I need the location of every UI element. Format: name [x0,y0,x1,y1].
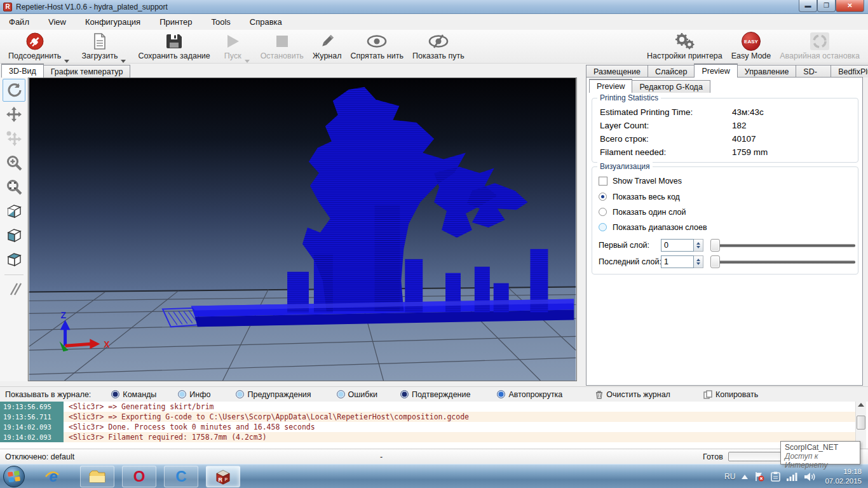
easy-mode-button[interactable]: EASY Easy Mode [727,31,776,61]
menu-help[interactable]: Справка [250,17,282,27]
volume-icon[interactable] [804,472,816,482]
save-job-button[interactable]: Сохранить задание [133,31,214,61]
close-button[interactable]: ✕ [836,0,864,12]
warnings-toggle-icon [236,390,244,398]
toggle-autoscroll[interactable]: Автопрокрутка [497,390,562,399]
preview-sub-tabs: Preview Редактор G-Кода [589,79,710,93]
tab-sd-card[interactable]: SD-карта [796,65,831,78]
taskbar-internet-explorer[interactable]: e [37,466,71,487]
show-travel-button[interactable]: Показать путь [408,31,469,61]
right-panel: Размещение объекта Слайсер Preview Управ… [585,64,868,386]
right-tab-strip: Размещение объекта Слайсер Preview Управ… [586,64,868,78]
tray-expand-icon[interactable] [742,475,748,479]
front-view-button[interactable] [3,224,25,247]
language-indicator[interactable]: RU [724,472,735,481]
info-toggle-icon [178,390,186,398]
start-button: Пуск [220,31,246,61]
connect-button[interactable]: Подсоединить [4,31,65,61]
show-single-layer-radio[interactable] [599,208,607,216]
action-center-flag-icon[interactable] [754,471,764,482]
show-travel-moves-checkbox[interactable] [599,177,607,186]
rotate-view-button[interactable] [3,79,25,102]
move-object-icon [6,130,22,147]
load-dropdown-icon[interactable] [121,60,126,63]
pan-view-button[interactable] [3,103,25,126]
iso-view-icon [5,202,23,220]
tab-preview[interactable]: Preview [694,64,737,78]
printer-settings-button[interactable]: Настройки принтера [642,31,727,61]
tab-slicer[interactable]: Слайсер [648,65,695,78]
commands-toggle-label: Команды [123,390,156,399]
stat-label: Filament needed: [600,147,666,157]
log-message: <Slic3r> => Exporting G-code to C:\Users… [69,412,469,421]
connection-status: Отключено: default [5,452,74,461]
tab-object-placement[interactable]: Размещение объекта [586,65,648,78]
start-button[interactable] [3,466,25,487]
viewport-3d[interactable]: Z X [28,78,577,381]
menu-config[interactable]: Конфигурация [85,17,140,27]
first-layer-slider[interactable] [714,244,855,247]
clear-log-button[interactable]: Очистить журнал [595,390,670,399]
clock[interactable]: 19:18 07.02.2015 [825,467,862,486]
last-layer-slider[interactable] [714,261,855,264]
taskbar-c-app[interactable]: C [164,466,198,487]
tab-bedfix-plugin[interactable]: BedfixPlugin [831,65,868,78]
toggle-warnings[interactable]: Предупраждения [236,390,311,399]
zoom-in-button[interactable] [3,151,25,174]
show-layer-range-radio[interactable] [599,223,607,231]
taskbar-opera[interactable]: O [122,466,156,487]
tab-temp-graph[interactable]: График температур [43,65,131,78]
visualization-group: Визуализация Show Travel Moves Показать … [592,166,858,274]
gears-icon [673,32,696,51]
toggle-commands[interactable]: Команды [111,390,156,399]
stat-value: 40107 [732,134,756,144]
emergency-stop-label: Аварийная остановка [780,51,860,60]
load-button[interactable]: Загрузить [77,31,122,61]
first-layer-slider-handle[interactable] [710,239,720,252]
toggle-info[interactable]: Инфо [178,390,210,399]
stat-value: 182 [732,121,747,130]
windows-logo-icon [8,471,20,482]
minimize-button[interactable]: ▬ [799,0,817,12]
clock-date: 07.02.2015 [825,477,862,486]
log-area[interactable]: 19:13:56.695 <Slic3r> => Generating skir… [0,402,868,449]
menu-tools[interactable]: Tools [211,17,230,27]
first-layer-stepper[interactable] [694,239,703,252]
toggle-errors[interactable]: Ошибки [337,390,377,399]
menu-view[interactable]: View [48,17,66,27]
subtab-preview[interactable]: Preview [589,79,632,93]
copy-log-button[interactable]: Копировать [703,390,758,399]
plug-icon [25,32,44,51]
clipboard-icon[interactable] [771,471,780,482]
last-layer-input[interactable]: 1 [661,255,694,268]
view-tab-strip: 3D-Вид График температур [1,64,130,78]
parallel-projection-button[interactable] [3,278,25,301]
iso-view-button[interactable] [3,200,25,222]
network-signal-icon[interactable] [787,472,798,481]
taskbar-repetier-host[interactable]: RP [206,466,240,487]
acknowledge-toggle-icon [400,390,409,398]
scroll-thumb[interactable] [857,416,865,430]
show-all-code-radio[interactable] [599,193,607,201]
log-timestamp: 19:13:56.695 [0,402,64,412]
tab-3d-view[interactable]: 3D-Вид [1,64,44,78]
toggle-acknowledge[interactable]: Подтверждение [400,390,471,399]
menu-file[interactable]: Файл [9,17,29,27]
subtab-gcode-editor[interactable]: Редактор G-Кода [632,80,710,93]
maximize-button[interactable]: ❐ [817,0,836,12]
menu-printer[interactable]: Принтер [159,17,192,27]
top-view-button[interactable] [3,248,25,271]
taskbar-explorer[interactable] [80,466,114,487]
zoom-in-icon [6,154,22,171]
copy-log-label: Копировать [715,390,758,399]
log-toggle-button[interactable]: Журнал [308,31,346,61]
tab-control[interactable]: Управление [737,65,797,78]
last-layer-slider-handle[interactable] [710,255,720,268]
last-layer-stepper[interactable] [694,255,703,268]
scroll-up-icon[interactable] [858,403,864,407]
fit-view-button[interactable] [3,175,25,198]
connect-dropdown-icon[interactable] [64,60,69,63]
first-layer-input[interactable]: 0 [661,239,694,252]
hide-filament-button[interactable]: Спрятать нить [346,31,408,61]
printing-statistics-group: Printing Statistics Estimated Printing T… [592,98,858,163]
